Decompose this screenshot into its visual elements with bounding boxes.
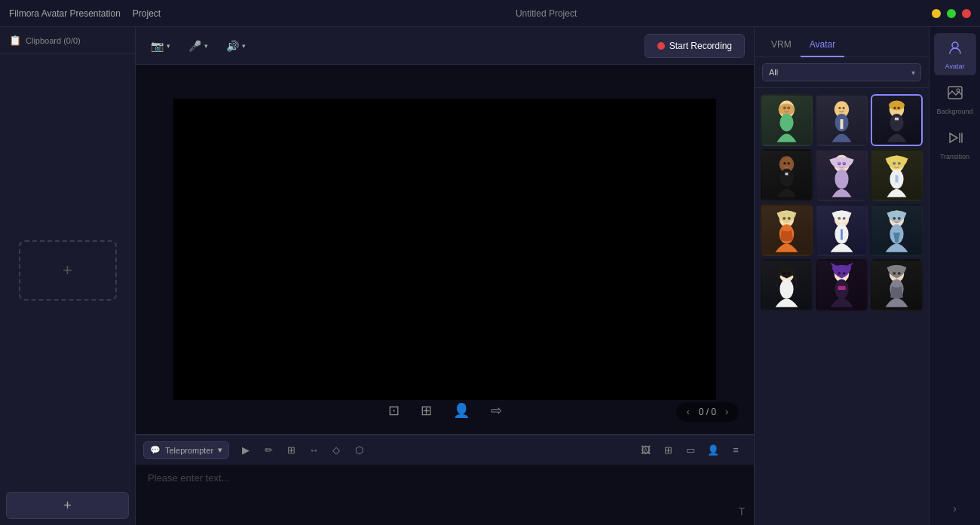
person-button[interactable]: 👤	[450, 399, 473, 422]
avatar-card-12[interactable]	[871, 259, 923, 311]
canvas-controls: ⊡ ⊞ 👤 ⇨	[385, 399, 505, 422]
tp-play-button[interactable]: ▶	[235, 440, 256, 461]
record-dot	[657, 42, 665, 50]
svg-point-17	[779, 169, 793, 186]
svg-point-46	[779, 279, 793, 299]
close-button[interactable]: ×	[962, 9, 971, 18]
tp-hex-button[interactable]: ⬡	[348, 440, 369, 461]
avatar-card-1[interactable]	[761, 94, 813, 146]
teleprompter-select[interactable]: 💬 Teleprompter ▾	[143, 441, 229, 459]
avatar-figure-3	[872, 96, 921, 145]
filter-row: All	[755, 57, 929, 88]
svg-rect-18	[786, 172, 789, 175]
avatar-card-7[interactable]	[761, 204, 813, 256]
add-clipboard-button[interactable]: +	[19, 240, 117, 301]
maximize-button[interactable]: □	[947, 9, 956, 18]
svg-point-9	[842, 107, 844, 109]
tp-person-button[interactable]: 👤	[703, 440, 724, 461]
speaker-icon: 🔊	[226, 40, 239, 52]
avatar-side-label: Avatar	[945, 63, 965, 70]
tp-text-button[interactable]: ▭	[680, 440, 701, 461]
share-button[interactable]: ⇨	[488, 399, 505, 422]
avatar-card-8[interactable]	[816, 204, 868, 256]
menu-project[interactable]: Project	[133, 8, 161, 19]
side-icon-transition[interactable]: Transition	[934, 124, 976, 166]
tp-swap-button[interactable]: ↔	[303, 440, 324, 461]
avatar-card-11[interactable]	[816, 259, 868, 311]
title-bar: Filmora Avatar Presentation Project Unti…	[0, 0, 980, 27]
avatar-card-6[interactable]	[871, 149, 923, 201]
svg-point-55	[843, 272, 846, 275]
toolbar: 📷 ▾ 🎤 ▾ 🔊 ▾ Start Recording	[136, 27, 754, 65]
record-label: Start Recording	[669, 41, 732, 51]
record-button[interactable]: Start Recording	[645, 34, 745, 58]
svg-point-22	[835, 169, 848, 189]
avatar-card-2[interactable]	[816, 94, 868, 146]
tp-edit-button[interactable]: ✏	[258, 440, 279, 461]
avatar-figure-6	[872, 151, 921, 200]
svg-rect-13	[895, 118, 899, 120]
avatar-card-3[interactable]	[871, 94, 923, 146]
svg-point-8	[838, 107, 841, 109]
svg-rect-7	[841, 119, 844, 129]
avatar-card-10[interactable]	[761, 259, 813, 311]
camera-button[interactable]: 📷 ▾	[145, 36, 176, 56]
svg-point-1	[778, 103, 795, 115]
svg-point-39	[838, 217, 841, 220]
transition-side-label: Transition	[940, 153, 969, 160]
teleprompter-label: Teleprompter	[165, 446, 213, 455]
avatar-card-4[interactable]	[761, 149, 813, 201]
layout-button[interactable]: ⊞	[418, 399, 435, 422]
teleprompter-bar: 💬 Teleprompter ▾ ▶ ✏ ⊞ ↔ ◇ ⬡ 🖼 ⊞ ▭ 👤	[136, 435, 754, 465]
minimize-button[interactable]: −	[932, 9, 941, 18]
avatar-filter-select[interactable]: All	[762, 63, 921, 81]
tp-menu-button[interactable]: ≡	[725, 440, 746, 461]
side-icon-background[interactable]: Background	[934, 78, 976, 121]
slide-nav: ‹ 0 / 0 ›	[676, 402, 739, 422]
mic-button[interactable]: 🎤 ▾	[182, 36, 214, 56]
svg-point-3	[783, 106, 786, 109]
fit-screen-button[interactable]: ⊡	[385, 399, 403, 422]
side-icon-avatar[interactable]: Avatar	[934, 33, 976, 75]
title-bar-left: Filmora Avatar Presentation Project	[9, 8, 161, 19]
speaker-button[interactable]: 🔊 ▾	[220, 36, 252, 56]
teleprompter-text-area[interactable]: Please enter text... T	[136, 465, 754, 525]
svg-point-30	[893, 162, 896, 165]
svg-point-40	[843, 217, 846, 220]
teleprompter-icon: 💬	[150, 445, 161, 455]
next-slide-button[interactable]: ›	[722, 405, 731, 419]
tp-grid-button[interactable]: ⊞	[280, 440, 302, 461]
side-icons: Avatar Background	[929, 27, 980, 525]
mic-icon: 🎤	[188, 40, 201, 52]
svg-point-35	[788, 217, 791, 220]
clipboard-area: +	[0, 54, 135, 486]
avatar-figure-1	[762, 96, 811, 145]
teleprompter-section: 💬 Teleprompter ▾ ▶ ✏ ⊞ ↔ ◇ ⬡ 🖼 ⊞ ▭ 👤	[136, 434, 754, 525]
svg-point-19	[783, 162, 786, 164]
avatar-grid	[755, 88, 929, 525]
svg-point-62	[957, 89, 960, 92]
teleprompter-tools-right: 🖼 ⊞ ▭ 👤 ≡	[635, 440, 746, 461]
center-area: 📷 ▾ 🎤 ▾ 🔊 ▾ Start Recording	[136, 27, 754, 525]
avatar-card-5[interactable]	[816, 149, 868, 201]
add-slide-button[interactable]: +	[6, 492, 129, 519]
svg-point-47	[782, 272, 786, 275]
left-sidebar: 📋 Clipboard (0/0) + +	[0, 27, 136, 525]
tab-vrm[interactable]: VRM	[762, 33, 801, 57]
avatar-card-9[interactable]	[871, 204, 923, 256]
svg-point-59	[898, 272, 901, 275]
tab-avatar[interactable]: Avatar	[801, 33, 844, 57]
tp-image-button[interactable]: 🖼	[635, 440, 656, 461]
add-slide-icon: +	[63, 498, 72, 514]
right-panel: VRM Avatar All	[754, 27, 980, 525]
tp-table-button[interactable]: ⊞	[657, 440, 678, 461]
svg-rect-53	[838, 286, 845, 290]
tp-shape-button[interactable]: ◇	[326, 440, 347, 461]
camera-icon: 📷	[151, 40, 164, 52]
canvas-viewport	[173, 99, 716, 400]
clipboard-label: Clipboard (0/0)	[26, 36, 81, 45]
side-expand-button[interactable]: ›	[945, 498, 966, 519]
main-layout: 📋 Clipboard (0/0) + + 📷 ▾ 🎤 ▾	[0, 27, 980, 525]
canvas-area: ⊡ ⊞ 👤 ⇨ ‹ 0 / 0 ›	[136, 65, 754, 434]
prev-slide-button[interactable]: ‹	[684, 405, 693, 419]
